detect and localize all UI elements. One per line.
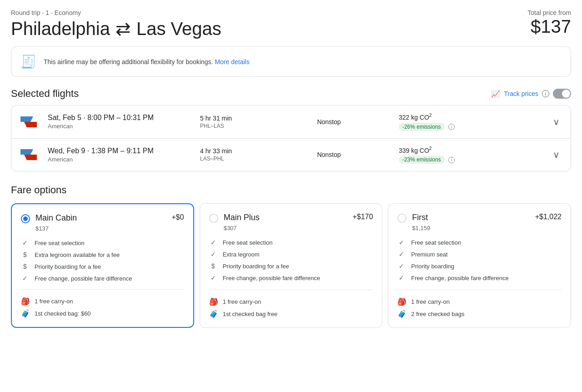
fare-base-price: $137 [35,225,184,232]
duration-value: 4 hr 33 min [200,147,306,155]
carry-on-icon: 🎒 [397,297,406,306]
svg-marker-2 [20,149,33,155]
flight-time-info: Wed, Feb 9 · 1:38 PM – 9:11 PM American [48,147,189,163]
check-icon: ✓ [209,274,217,281]
fare-radio-first[interactable] [397,214,406,223]
page-header: Round trip · 1 · Economy Philadelphia ⇄ … [11,9,571,39]
bag-item: 🎒 1 free carry-on [209,297,373,306]
check-icon: ✓ [397,251,406,258]
fare-card-main-cabin[interactable]: Main Cabin +$0 $137 ✓ Free seat selectio… [11,203,194,328]
track-prices-info-icon[interactable]: i [542,90,549,97]
trip-subtitle: Round trip · 1 · Economy [11,9,221,16]
co2-value: 322 kg CO2 [399,113,540,121]
check-icon: ✓ [21,275,29,282]
flight-time-info: Sat, Feb 5 · 8:00 PM – 10:31 PM American [48,114,189,130]
feature-item: ✓ Free seat selection [397,239,562,246]
check-icon: ✓ [397,239,406,246]
dollar-icon: $ [209,262,217,270]
svg-marker-1 [24,122,37,127]
origin-city: Philadelphia [11,19,110,39]
fare-base-price: $307 [224,225,373,231]
fare-radio-main-plus[interactable] [209,214,218,223]
emissions-badge: -26% emissions [399,123,445,131]
fare-name-price: First +$1,022 [412,213,562,222]
flight-time: Wed, Feb 9 · 1:38 PM – 9:11 PM [48,147,189,155]
flight-emissions: 339 kg CO2 -23% emissions i [399,146,540,164]
check-icon: ✓ [21,239,29,246]
fare-price-diff: +$1,022 [535,213,562,221]
flight-time: Sat, Feb 5 · 8:00 PM – 10:31 PM [48,114,189,122]
fare-price-diff: +$170 [352,213,373,221]
carry-on-icon: 🎒 [209,297,218,306]
track-prices-button[interactable]: 📈 Track prices [491,90,538,98]
header-left: Round trip · 1 · Economy Philadelphia ⇄ … [11,9,221,39]
checked-bag-icon: 🧳 [21,309,30,318]
fare-card-first[interactable]: First +$1,022 $1,159 ✓ Free seat selecti… [388,203,571,328]
flights-container: Sat, Feb 5 · 8:00 PM – 10:31 PM American… [11,105,571,171]
airline-logo [20,116,37,127]
flight-stops: Nonstop [317,151,388,158]
fare-price-diff: +$0 [172,213,184,221]
feature-item: ✓ Free seat selection [209,239,373,246]
check-icon: ✓ [397,262,406,270]
route-title: Philadelphia ⇄ Las Vegas [11,18,221,39]
check-icon: ✓ [397,274,406,281]
flight-row: Wed, Feb 9 · 1:38 PM – 9:11 PM American … [11,139,571,171]
flight-emissions: 322 kg CO2 -26% emissions i [399,113,540,131]
dollar-icon: $ [21,263,29,270]
check-icon: ✓ [209,239,217,246]
fare-features: ✓ Free seat selection ✓ Extra legroom $ … [209,239,373,282]
banner-icon: 🧾 [20,54,36,69]
carry-on-icon: 🎒 [21,297,30,306]
track-prices-toggle[interactable] [553,89,571,99]
svg-marker-3 [24,155,37,160]
fare-bags: 🎒 1 free carry-on 🧳 2 free checked bags [397,290,562,318]
flight-stops: Nonstop [317,118,388,126]
checked-bag-icon: 🧳 [209,310,218,318]
co2-value: 339 kg CO2 [399,146,540,154]
fare-cards-container: Main Cabin +$0 $137 ✓ Free seat selectio… [11,203,571,328]
fare-name-price: Main Cabin +$0 [35,213,184,223]
bag-item: 🎒 1 free carry-on [21,297,184,306]
fare-features: ✓ Free seat selection ✓ Premium seat ✓ P… [397,239,562,282]
flight-airline: American [48,123,189,130]
route-arrow: ⇄ [115,18,131,39]
track-prices-control: 📈 Track prices i [491,89,571,99]
fare-name: Main Cabin [35,213,77,223]
fare-header: Main Plus +$170 [209,213,373,223]
feature-item: ✓ Free change, possible fare difference [21,275,184,282]
more-details-link[interactable]: More details [215,58,249,65]
fare-features: ✓ Free seat selection $ Extra legroom av… [21,239,184,282]
track-prices-chart-icon: 📈 [491,90,500,98]
emissions-info-icon[interactable]: i [448,157,455,163]
header-right: Total price from $137 [527,9,571,37]
flight-duration: 5 hr 31 min PHL–LAS [200,115,306,129]
flight-duration: 4 hr 33 min LAS–PHL [200,147,306,162]
expand-flight-button[interactable]: ∨ [551,115,562,129]
duration-value: 5 hr 31 min [200,115,306,122]
feature-item: ✓ Premium seat [397,251,562,258]
feature-item: ✓ Priority boarding [397,262,562,270]
feature-item: ✓ Free change, possible fare difference [209,274,373,281]
fare-name: First [412,213,428,222]
total-price-label: Total price from [527,9,571,16]
track-prices-label: Track prices [504,90,538,97]
svg-marker-0 [20,116,33,122]
fare-name: Main Plus [224,213,260,222]
fare-header: First +$1,022 [397,213,562,223]
fare-radio-main-cabin[interactable] [21,214,30,223]
feature-item: ✓ Extra legroom [209,251,373,258]
expand-flight-button[interactable]: ∨ [551,147,562,162]
bag-item: 🧳 2 free checked bags [397,310,562,318]
feature-item: $ Extra legroom available for a fee [21,251,184,258]
fare-bags: 🎒 1 free carry-on 🧳 1st checked bag free [209,290,373,318]
flexibility-banner: 🧾 This airline may be offering additiona… [11,46,571,77]
bag-item: 🎒 1 free carry-on [397,297,562,306]
feature-item: ✓ Free seat selection [21,239,184,246]
check-icon: ✓ [209,251,217,258]
bag-item: 🧳 1st checked bag: $60 [21,309,184,318]
fare-options-title: Fare options [11,184,571,196]
emissions-info-icon[interactable]: i [448,124,455,130]
fare-card-main-plus[interactable]: Main Plus +$170 $307 ✓ Free seat selecti… [200,203,383,328]
flight-row: Sat, Feb 5 · 8:00 PM – 10:31 PM American… [11,106,571,139]
